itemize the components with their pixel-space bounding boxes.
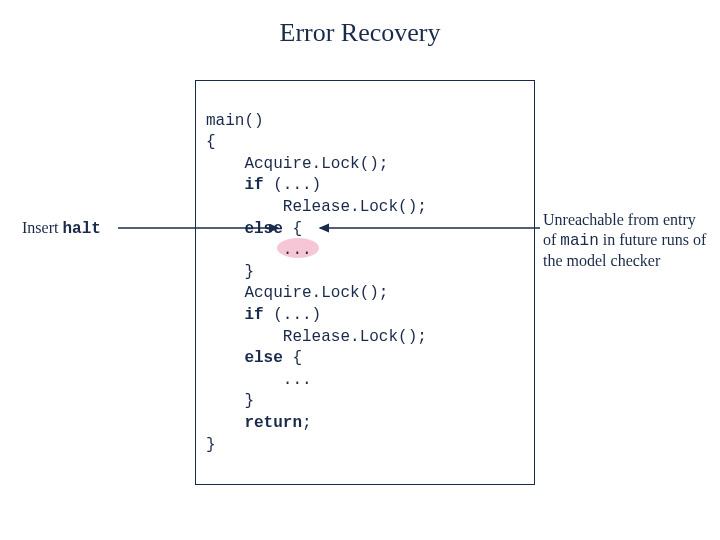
code-line: } [206, 436, 216, 454]
code-line: Acquire.Lock(); [206, 284, 388, 302]
right-annotation-mono: main [560, 232, 598, 250]
code-line: } [206, 392, 254, 410]
right-annotation: Unreachable from entry of main in future… [543, 210, 713, 271]
left-annotation: Insert halt [22, 219, 101, 238]
slide-title: Error Recovery [0, 18, 720, 48]
code-line: else { [206, 220, 302, 238]
code-box: main() { Acquire.Lock(); if (...) Releas… [195, 80, 535, 485]
code-line: ... [206, 241, 312, 259]
code-block: main() { Acquire.Lock(); if (...) Releas… [206, 89, 524, 456]
left-annotation-prefix: Insert [22, 219, 62, 236]
code-line: Acquire.Lock(); [206, 155, 388, 173]
code-line: Release.Lock(); [206, 328, 427, 346]
code-line: if (...) [206, 176, 321, 194]
code-line: } [206, 263, 254, 281]
code-line: else { [206, 349, 302, 367]
code-line: ... [206, 371, 312, 389]
code-line: main() [206, 112, 264, 130]
left-annotation-mono: halt [62, 220, 100, 238]
code-line: return; [206, 414, 312, 432]
code-line: if (...) [206, 306, 321, 324]
highlighted-dots: ... [283, 240, 312, 262]
code-line: Release.Lock(); [206, 198, 427, 216]
code-line: { [206, 133, 216, 151]
